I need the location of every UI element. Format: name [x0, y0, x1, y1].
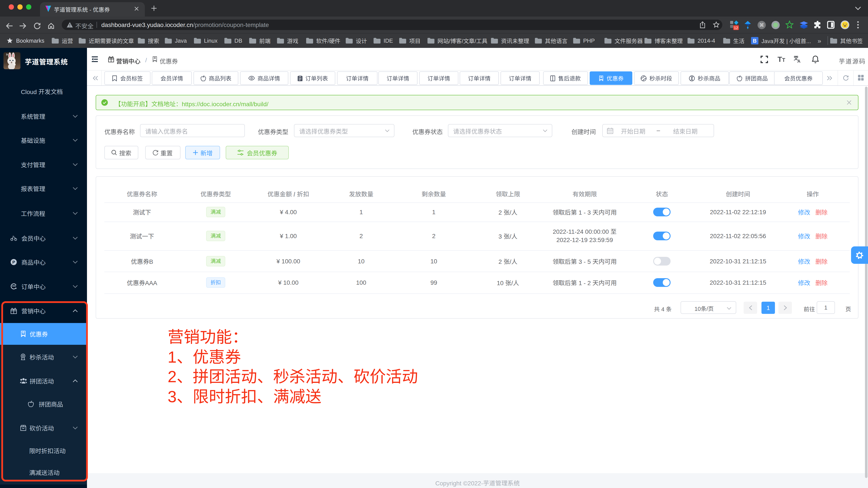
- svg-text:12: 12: [734, 26, 738, 30]
- svg-text:B: B: [753, 38, 756, 44]
- svg-text:A: A: [797, 59, 800, 63]
- svg-text:⌘: ⌘: [759, 22, 764, 28]
- svg-text:P: P: [12, 260, 15, 264]
